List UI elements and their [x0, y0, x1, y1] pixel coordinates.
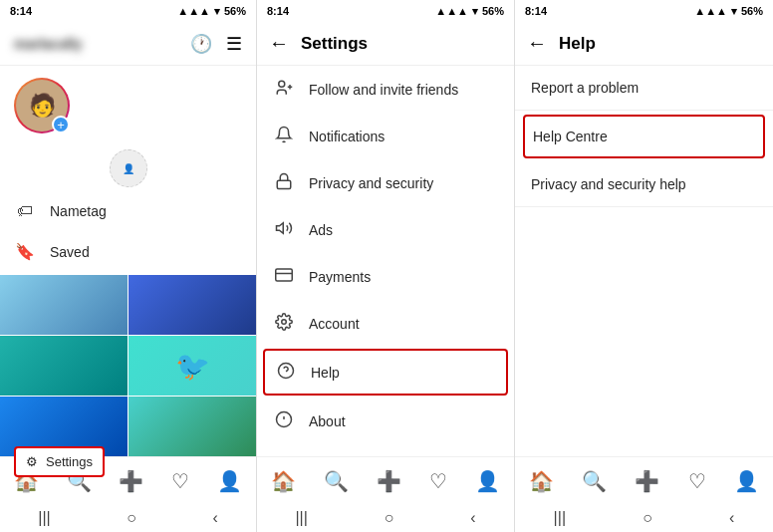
- menu-item-saved[interactable]: 🔖 Saved: [0, 231, 256, 272]
- nav-add-2[interactable]: ➕: [377, 469, 401, 493]
- add-story-button[interactable]: +: [52, 116, 70, 133]
- help-centre[interactable]: Help Centre: [523, 115, 765, 158]
- report-problem-label: Report a problem: [531, 80, 639, 96]
- settings-label-notifications: Notifications: [309, 129, 385, 144]
- settings-label-ads: Ads: [309, 222, 333, 238]
- battery-2: 56%: [482, 5, 504, 17]
- time-2: 8:14: [267, 5, 289, 17]
- avatar[interactable]: 🧑 +: [14, 78, 70, 133]
- status-bar-1: 8:14 ▲▲▲ ▾ 56%: [0, 0, 256, 22]
- grid-cell-2[interactable]: [129, 275, 256, 335]
- settings-privacy-security[interactable]: Privacy and security: [257, 159, 514, 206]
- p1-menu: 🏷 Nametag 🔖 Saved ☰ Close friends 👤 Disc…: [0, 191, 256, 275]
- settings-help[interactable]: Help: [263, 349, 508, 396]
- back-button-help[interactable]: ←: [527, 32, 547, 55]
- settings-payments[interactable]: Payments: [257, 253, 514, 300]
- android-home-1[interactable]: ○: [127, 509, 136, 527]
- nav-search-3[interactable]: 🔍: [582, 469, 607, 493]
- username: marlacally: [14, 36, 83, 52]
- nav-profile-2[interactable]: 👤: [475, 469, 500, 493]
- nav-add-3[interactable]: ➕: [635, 469, 659, 493]
- panel-settings: 8:14 ▲▲▲ ▾ 56% ← Settings Follow and inv…: [257, 0, 515, 532]
- help-privacy-security[interactable]: Privacy and security help: [515, 162, 773, 207]
- avatar-area: 🧑 +: [0, 66, 256, 145]
- time-3: 8:14: [525, 5, 547, 17]
- svg-point-0: [279, 81, 285, 87]
- settings-label-privacy: Privacy and security: [309, 175, 433, 191]
- clock-icon[interactable]: 🕐: [190, 33, 212, 55]
- nav-heart-2[interactable]: ♡: [429, 469, 447, 493]
- add-story-circle[interactable]: 👤: [110, 149, 147, 187]
- time-1: 8:14: [10, 5, 32, 17]
- status-bar-2: 8:14 ▲▲▲ ▾ 56%: [257, 0, 514, 22]
- nav-heart-1[interactable]: ♡: [171, 469, 189, 493]
- signal-3: ▲▲▲: [694, 5, 727, 17]
- settings-label-payments: Payments: [309, 269, 371, 285]
- follow-invite-icon: [273, 79, 295, 100]
- story-row: 👤: [0, 145, 256, 191]
- help-report-problem[interactable]: Report a problem: [515, 66, 773, 111]
- svg-marker-4: [277, 223, 284, 234]
- nav-profile-3[interactable]: 👤: [734, 469, 759, 493]
- settings-icon: ⚙: [26, 454, 38, 469]
- battery-3: 56%: [741, 5, 763, 17]
- panel-help: 8:14 ▲▲▲ ▾ 56% ← Help Report a problem H…: [515, 0, 773, 532]
- android-home-3[interactable]: ○: [643, 509, 652, 527]
- settings-follow-invite[interactable]: Follow and invite friends: [257, 66, 514, 113]
- nav-home-2[interactable]: 🏠: [271, 469, 296, 493]
- settings-label: Settings: [46, 454, 93, 469]
- privacy-security-help-label: Privacy and security help: [531, 176, 686, 192]
- android-nav-3: ||| ○ ‹: [515, 504, 773, 532]
- battery-1: 56%: [224, 5, 246, 17]
- payments-icon: [273, 266, 295, 287]
- help-top-bar: ← Help: [515, 22, 773, 66]
- grid-cell-6[interactable]: [129, 397, 256, 456]
- wifi-icon: ▾: [214, 5, 220, 18]
- settings-title: Settings: [301, 34, 502, 54]
- nav-add-1[interactable]: ➕: [119, 469, 143, 493]
- menu-icon[interactable]: ☰: [226, 33, 242, 55]
- nav-home-3[interactable]: 🏠: [529, 469, 554, 493]
- person-placeholder-icon: 👤: [123, 163, 134, 174]
- account-icon: [273, 313, 295, 334]
- android-menu-1[interactable]: |||: [38, 509, 50, 527]
- signal-2: ▲▲▲: [435, 5, 468, 17]
- settings-ads[interactable]: Ads: [257, 206, 514, 253]
- grid-cell-1[interactable]: [0, 275, 128, 335]
- settings-list: Follow and invite friends Notifications …: [257, 66, 514, 456]
- menu-label-nametag: Nametag: [50, 203, 107, 219]
- android-menu-2[interactable]: |||: [295, 509, 307, 527]
- status-bar-3: 8:14 ▲▲▲ ▾ 56%: [515, 0, 773, 22]
- grid-cell-4[interactable]: 🐦: [129, 336, 256, 396]
- image-grid: 🐦: [0, 275, 256, 456]
- android-back-3[interactable]: ‹: [729, 509, 734, 527]
- settings-top-bar: ← Settings: [257, 22, 514, 66]
- settings-label-account: Account: [309, 316, 360, 332]
- panel-instagram-sidebar: 8:14 ▲▲▲ ▾ 56% marlacally 🕐 ☰ 🧑 + 👤 🏷 Na…: [0, 0, 257, 532]
- android-home-2[interactable]: ○: [385, 509, 394, 527]
- bottom-nav-3: 🏠 🔍 ➕ ♡ 👤: [515, 456, 773, 504]
- about-icon: [273, 410, 295, 431]
- settings-account[interactable]: Account: [257, 300, 514, 347]
- help-title: Help: [559, 34, 761, 54]
- back-button-settings[interactable]: ←: [269, 32, 289, 55]
- nav-heart-3[interactable]: ♡: [688, 469, 706, 493]
- settings-notifications[interactable]: Notifications: [257, 113, 514, 159]
- notifications-icon: [273, 126, 295, 146]
- android-menu-3[interactable]: |||: [554, 509, 566, 527]
- privacy-icon: [273, 172, 295, 193]
- settings-about[interactable]: About: [257, 398, 514, 444]
- help-list: Report a problem Help Centre Privacy and…: [515, 66, 773, 456]
- nav-profile-1[interactable]: 👤: [217, 469, 242, 493]
- settings-button[interactable]: ⚙ Settings: [14, 446, 105, 477]
- menu-item-nametag[interactable]: 🏷 Nametag: [0, 191, 256, 231]
- logins-label: Logins: [257, 444, 514, 456]
- nametag-icon: 🏷: [14, 202, 36, 220]
- nav-search-2[interactable]: 🔍: [324, 469, 349, 493]
- wifi-3: ▾: [731, 5, 737, 18]
- android-back-1[interactable]: ‹: [212, 509, 217, 527]
- grid-cell-3[interactable]: [0, 336, 128, 396]
- android-back-2[interactable]: ‹: [470, 509, 475, 527]
- signal-icon: ▲▲▲: [177, 5, 210, 17]
- settings-label-help: Help: [311, 365, 340, 381]
